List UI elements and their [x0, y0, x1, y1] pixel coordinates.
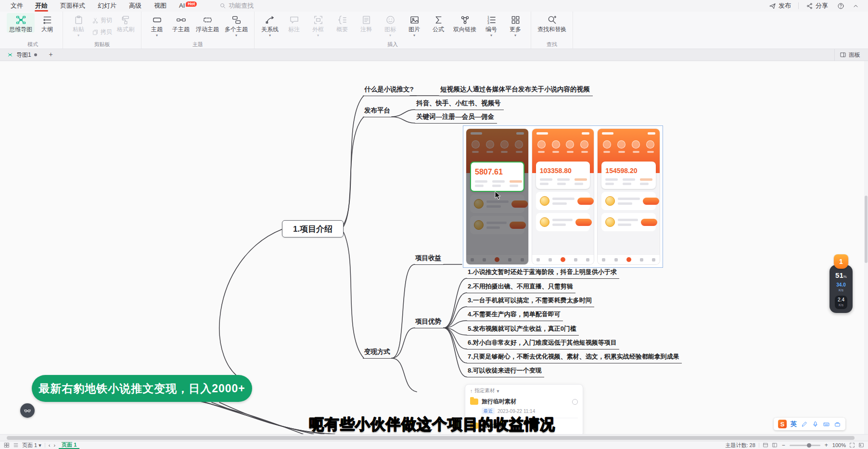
advantage-item-3[interactable]: 3.一台手机就可以搞定，不需要耗费太多时间 [467, 296, 594, 307]
ribbon-cut-button[interactable]: 剪切 [92, 16, 112, 25]
input-language-toggle[interactable]: 英 [791, 420, 797, 428]
help-button[interactable] [833, 2, 848, 10]
fit-screen-icon[interactable] [849, 442, 855, 448]
next-page-button[interactable]: › [53, 442, 55, 448]
zoom-slider[interactable] [790, 445, 820, 446]
ribbon-iconface-button[interactable]: 图标▾ [379, 13, 402, 37]
node-publish-platform[interactable]: 发布平台 [363, 106, 393, 117]
central-topic-badge[interactable]: 最新右豹地铁小说推文变现，日入2000+ [32, 375, 252, 402]
vertical-scrollbar-thumb[interactable] [865, 196, 868, 263]
ribbon-floating-button[interactable]: 浮动主题 [193, 13, 221, 33]
ribbon-outline-button[interactable]: 大纲 [36, 13, 59, 33]
advantage-item-4[interactable]: 4.不需要生产内容，简单配音即可 [467, 310, 563, 321]
horizontal-scrollbar-thumb[interactable] [7, 436, 855, 440]
dropdown-caret-icon: ▾ [235, 34, 237, 37]
ribbon-subtopic-button[interactable]: 子主题 [169, 13, 192, 33]
ribbon-formula-button[interactable]: 公式 [427, 13, 450, 33]
ribbon-findreplace-button[interactable]: 查找和替换 [535, 13, 569, 33]
vertical-scrollbar[interactable] [864, 61, 868, 434]
node-advantage[interactable]: 项目优势 [414, 317, 444, 328]
performance-monitor-widget[interactable]: 1 51% 34.0K/s 2.4K/s [830, 254, 853, 313]
ribbon-button-label: 图片 [408, 26, 420, 33]
menu-bar: 文件 开始 页面样式 幻灯片 高级 视图 AIHot 功能查找 发布 分享 [0, 0, 868, 12]
menu-tab-page-style[interactable]: 页面样式 [54, 0, 91, 12]
menu-tab-view[interactable]: 视图 [148, 0, 173, 12]
file-menu[interactable]: 文件 [5, 0, 29, 12]
layout-icon[interactable] [763, 442, 768, 448]
input-method-toolbar[interactable]: S 英 [774, 418, 845, 430]
ribbon-bilink-button[interactable]: 双向链接 [451, 13, 479, 33]
send-plane-icon [769, 2, 776, 10]
node-income[interactable]: 项目收益 [414, 254, 444, 265]
ribbon-image-button[interactable]: 图片▾ [403, 13, 426, 37]
grid-view-icon[interactable] [4, 442, 10, 448]
dropdown-caret-icon: ▾ [317, 34, 319, 37]
feature-search[interactable]: 功能查找 [219, 1, 254, 10]
advantage-item-2[interactable]: 2.不用拍摄出镜、不用直播、只需剪辑 [467, 282, 575, 293]
mindmap-canvas[interactable]: 1.项目介绍 最新右豹地铁小说推文变现，日入2000+ 什么是小说推文? 短视频… [0, 61, 864, 434]
assistant-floating-button[interactable] [20, 403, 35, 418]
ribbon-relation-button[interactable]: 关系线▾ [258, 13, 281, 37]
list-view-icon[interactable] [13, 442, 19, 448]
ribbon-callout-button[interactable]: 标注 [282, 13, 306, 33]
fullscreen-icon[interactable] [858, 442, 864, 448]
ribbon-mindmap-button[interactable]: 思维导图 [7, 13, 35, 33]
sogou-logo-icon[interactable]: S [778, 420, 787, 428]
node-question-answer[interactable]: 短视频达人通过各媒体平台发布关于小说内容的视频 [439, 85, 593, 96]
ribbon-summary-button[interactable]: 概要 [331, 13, 354, 33]
node-monetize[interactable]: 变现方式 [363, 348, 393, 359]
menu-tab-slides[interactable]: 幻灯片 [91, 0, 123, 12]
ribbon-button-label: 关系线 [261, 26, 279, 33]
menu-tab-ai[interactable]: AIHot [173, 0, 203, 12]
advantage-item-1[interactable]: 1.小说推文暂时还处于蓝海阶段，抖音上明显供小于求 [467, 268, 619, 279]
add-map-tab-button[interactable]: + [47, 50, 55, 59]
prev-page-button[interactable]: ‹ [49, 442, 51, 448]
zoom-in-button[interactable]: + [824, 442, 829, 449]
ribbon-brush-button[interactable]: 格式刷 [114, 13, 137, 33]
panel-toggle-button[interactable]: 面板 [834, 49, 863, 61]
node-platform-flow[interactable]: 关键词—注册—会员—佣金 [415, 112, 497, 124]
advantage-item-6[interactable]: 6.对小白非常友好，入门难度远低于其他短视频等项目 [467, 338, 619, 349]
ribbon-frame-button[interactable]: 外框▾ [306, 13, 330, 37]
node-platform-apps[interactable]: 抖音、快手、小红书、视频号 [415, 99, 504, 110]
mic-icon[interactable] [812, 421, 819, 428]
page-selector[interactable]: 页面 1 ▾ [22, 442, 41, 449]
advantage-item-5[interactable]: 5.发布视频就可以产生收益，真正0门槛 [467, 324, 579, 336]
toolbox-icon[interactable] [834, 421, 841, 428]
dropdown-caret-icon: ▾ [389, 34, 391, 37]
menu-tab-advanced[interactable]: 高级 [123, 0, 148, 12]
ribbon-topic-button[interactable]: 主题▾ [145, 13, 168, 37]
feature-search-label: 功能查找 [229, 1, 254, 10]
topic-count: 主题计数: 28 [725, 442, 755, 449]
active-page-tab[interactable]: 页面 1 [59, 441, 79, 449]
pen-icon[interactable] [801, 421, 808, 428]
ribbon-paste-button[interactable]: 粘贴▾ [67, 13, 90, 37]
ribbon-note-button[interactable]: 注释 [355, 13, 378, 33]
advantage-item-7[interactable]: 7.只要足够耐心，不断去优化视频、素材、选文，积累实战经验都能拿到成果 [467, 352, 682, 363]
folder-radio[interactable] [572, 399, 578, 405]
outline-view-icon[interactable] [772, 442, 778, 448]
share-button[interactable]: 分享 [801, 0, 833, 12]
advantage-item-8[interactable]: 8.可以收徒来进行一个变现 [467, 366, 544, 377]
ribbon-numbered-button[interactable]: 123编号▾ [480, 13, 503, 37]
ribbon-multitopic-button[interactable]: 多个主题▾ [222, 13, 250, 37]
folder-row-1[interactable]: 旅行临时素材 [470, 398, 578, 406]
income-screenshot-image[interactable]: 5807.61 103358.80 [463, 125, 663, 268]
node-question[interactable]: 什么是小说推文? [363, 85, 417, 96]
publish-button[interactable]: 发布 [764, 0, 796, 12]
phone-screenshot-2: 103358.80 [532, 129, 594, 264]
horizontal-scrollbar[interactable] [0, 434, 868, 441]
ribbon-more-button[interactable]: 更多▾ [504, 13, 527, 37]
zoom-slider-knob[interactable] [807, 443, 811, 448]
keyboard-icon[interactable] [823, 421, 830, 428]
zoom-level[interactable]: 100% [832, 442, 846, 448]
node-project-intro[interactable]: 1.项目介绍 [282, 220, 344, 237]
menu-tab-home[interactable]: 开始 [29, 0, 54, 12]
collapse-ribbon-button[interactable] [848, 2, 863, 10]
callout-icon [289, 15, 299, 25]
ribbon-group-label: 主题 [145, 41, 250, 48]
folder-panel-header[interactable]: ↑ 指定素材 ▾ [470, 387, 578, 394]
ribbon-copy-button[interactable]: 拷贝 [92, 28, 112, 36]
document-tab-map1[interactable]: 导图1 [5, 49, 39, 61]
zoom-out-button[interactable]: − [781, 442, 786, 449]
